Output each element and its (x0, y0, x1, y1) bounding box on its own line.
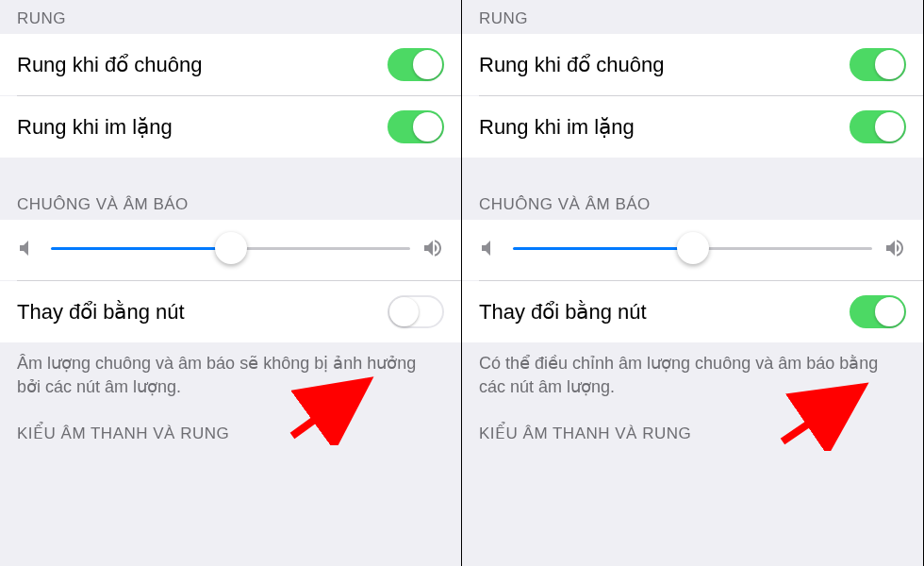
label-vibrate-on-silent: Rung khi im lặng (479, 115, 635, 140)
volume-slider-row[interactable] (462, 220, 923, 280)
toggle-change-with-buttons[interactable] (388, 295, 444, 328)
row-vibrate-on-ring[interactable]: Rung khi đổ chuông (0, 34, 461, 95)
footer-text: Âm lượng chuông và âm báo sẽ không bị ản… (0, 342, 461, 408)
volume-slider[interactable] (513, 247, 872, 250)
volume-slider[interactable] (51, 247, 410, 250)
section-gap (462, 158, 923, 186)
section-header-vibrate: RUNG (462, 0, 923, 34)
slider-thumb[interactable] (215, 232, 247, 264)
section-header-sound-pattern: KIỂU ÂM THANH VÀ RUNG (0, 408, 461, 449)
speaker-min-icon (479, 237, 502, 259)
label-vibrate-on-ring: Rung khi đổ chuông (479, 53, 664, 77)
slider-thumb[interactable] (677, 232, 709, 264)
section-gap (0, 158, 461, 186)
toggle-vibrate-on-ring[interactable] (388, 48, 444, 81)
left-panel: RUNG Rung khi đổ chuông Rung khi im lặng… (0, 0, 462, 566)
section-header-ringtone: CHUÔNG VÀ ÂM BÁO (0, 186, 461, 220)
toggle-vibrate-on-silent[interactable] (388, 110, 444, 143)
label-change-with-buttons: Thay đổi bằng nút (479, 300, 647, 325)
row-change-with-buttons[interactable]: Thay đổi bằng nút (0, 281, 461, 342)
section-header-vibrate: RUNG (0, 0, 461, 34)
speaker-min-icon (17, 237, 40, 259)
row-vibrate-on-silent[interactable]: Rung khi im lặng (0, 96, 461, 158)
speaker-max-icon (421, 237, 444, 259)
volume-slider-row[interactable] (0, 220, 461, 280)
speaker-max-icon (883, 237, 906, 259)
toggle-change-with-buttons[interactable] (850, 295, 906, 328)
row-vibrate-on-silent[interactable]: Rung khi im lặng (462, 96, 923, 158)
right-panel: RUNG Rung khi đổ chuông Rung khi im lặng… (462, 0, 924, 566)
section-header-sound-pattern: KIỂU ÂM THANH VÀ RUNG (462, 408, 923, 449)
toggle-vibrate-on-ring[interactable] (850, 48, 906, 81)
label-change-with-buttons: Thay đổi bằng nút (17, 300, 185, 325)
footer-text: Có thể điều chỉnh âm lượng chuông và âm … (462, 342, 923, 408)
row-change-with-buttons[interactable]: Thay đổi bằng nút (462, 281, 923, 342)
toggle-vibrate-on-silent[interactable] (850, 110, 906, 143)
row-vibrate-on-ring[interactable]: Rung khi đổ chuông (462, 34, 923, 95)
section-header-ringtone: CHUÔNG VÀ ÂM BÁO (462, 186, 923, 220)
label-vibrate-on-silent: Rung khi im lặng (17, 115, 173, 140)
label-vibrate-on-ring: Rung khi đổ chuông (17, 53, 202, 77)
